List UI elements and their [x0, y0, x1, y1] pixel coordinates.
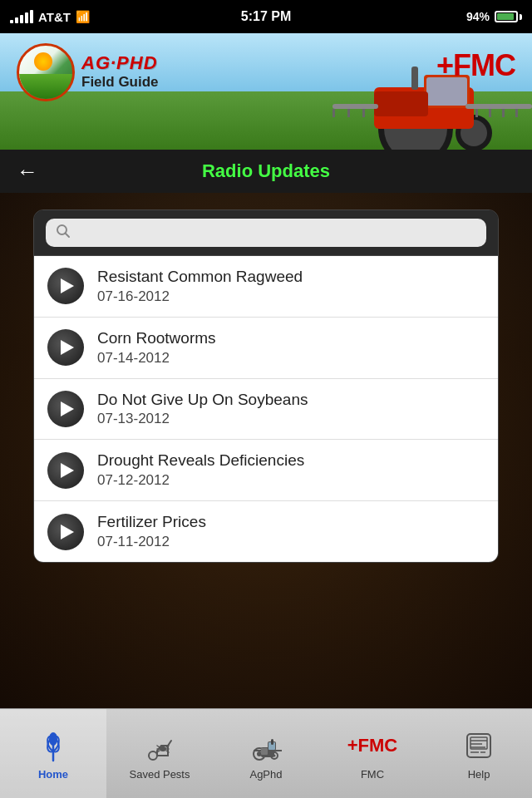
item-text: Drought Reveals Deficiencies 07-12-2012: [97, 451, 304, 489]
bar5: [30, 10, 33, 23]
svg-rect-15: [489, 109, 491, 117]
help-icon: [460, 727, 498, 765]
item-text: Do Not Give Up On Soybeans 07-13-2012: [97, 391, 308, 428]
logo-field-green: [19, 74, 72, 99]
svg-point-24: [149, 751, 157, 760]
item-date: 07-13-2012: [97, 411, 308, 427]
carrier-label: AT&T: [38, 10, 71, 24]
tab-help-label: Help: [468, 768, 490, 781]
agphd-logo: AG·PHD Field Guide: [17, 43, 159, 101]
bar1: [10, 20, 13, 23]
battery-body: [495, 11, 518, 22]
svg-rect-9: [332, 104, 378, 109]
play-triangle-icon: [61, 401, 74, 416]
svg-rect-11: [332, 109, 335, 117]
time-display: 5:17 PM: [241, 9, 291, 24]
search-icon: [56, 224, 71, 242]
tab-saved-pests[interactable]: Saved Pests: [106, 709, 213, 798]
svg-rect-10: [466, 104, 532, 109]
radio-list-item[interactable]: Corn Rootworms 07-14-2012: [34, 318, 498, 379]
tab-agphd-label: AgPhd: [249, 768, 282, 781]
svg-rect-8: [411, 66, 418, 90]
tab-help[interactable]: Help: [426, 709, 532, 798]
svg-line-19: [66, 234, 70, 238]
tab-bar: Home Saved Pests: [0, 708, 532, 798]
saved-pests-icon: [140, 727, 179, 765]
radio-list-item[interactable]: Drought Reveals Deficiencies 07-12-2012: [34, 440, 498, 501]
battery-icon: [495, 11, 522, 22]
logo-text-block: AG·PHD Field Guide: [81, 54, 159, 91]
svg-point-33: [161, 745, 165, 748]
play-triangle-icon: [61, 463, 74, 478]
bar3: [20, 15, 23, 23]
logo-badge: [17, 43, 75, 101]
play-button[interactable]: [47, 452, 84, 489]
play-triangle-icon: [61, 278, 74, 293]
item-date: 07-16-2012: [97, 288, 303, 305]
status-right: 94%: [466, 10, 522, 23]
tab-home-label: Home: [38, 768, 68, 781]
item-date: 07-14-2012: [97, 350, 216, 367]
tab-fmc[interactable]: +FMC FMC: [319, 709, 426, 798]
nav-title: Radio Updates: [202, 160, 330, 182]
fmc-logo: +FMC: [436, 48, 515, 83]
radio-list-item[interactable]: Resistant Common Ragweed 07-16-2012: [34, 256, 498, 318]
svg-rect-41: [261, 748, 268, 755]
item-title: Resistant Common Ragweed: [97, 268, 303, 287]
item-title: Drought Reveals Deficiencies: [97, 451, 304, 470]
status-bar: AT&T 📶 5:17 PM 94%: [0, 0, 532, 33]
nav-bar: ← Radio Updates: [0, 150, 532, 193]
bar4: [25, 12, 28, 23]
search-input-wrapper[interactable]: [46, 219, 486, 247]
play-button[interactable]: [47, 329, 84, 366]
item-title: Fertilizer Prices: [97, 513, 206, 532]
radio-list-item[interactable]: Fertilizer Prices 07-11-2012: [34, 501, 498, 562]
signal-bars: [10, 10, 33, 23]
play-button[interactable]: [47, 268, 84, 304]
fmc-tab-icon: +FMC: [353, 727, 392, 765]
item-text: Corn Rootworms 07-14-2012: [97, 329, 216, 367]
play-triangle-icon: [61, 525, 74, 539]
search-bar: [34, 210, 498, 256]
radio-list-item[interactable]: Do Not Give Up On Soybeans 07-13-2012: [34, 379, 498, 441]
agphd-tab-icon: [247, 727, 285, 765]
svg-rect-13: [362, 109, 365, 117]
svg-rect-42: [271, 739, 273, 745]
svg-rect-14: [475, 109, 478, 117]
bar2: [15, 17, 18, 23]
field-guide-text: Field Guide: [81, 74, 159, 91]
wifi-icon: 📶: [76, 10, 90, 23]
play-button[interactable]: [47, 391, 84, 427]
tab-agphd[interactable]: AgPhd: [213, 709, 319, 798]
list-container: Resistant Common Ragweed 07-16-2012 Corn…: [33, 209, 499, 563]
item-text: Resistant Common Ragweed 07-16-2012: [97, 268, 303, 305]
status-left: AT&T 📶: [10, 10, 90, 24]
svg-rect-7: [374, 91, 428, 116]
header-banner: AG·PHD Field Guide +FMC: [0, 33, 532, 150]
play-triangle-icon: [61, 340, 74, 355]
svg-rect-16: [502, 109, 505, 117]
item-text: Fertilizer Prices 07-11-2012: [97, 513, 206, 550]
back-button[interactable]: ←: [10, 155, 45, 188]
radio-list: Resistant Common Ragweed 07-16-2012 Corn…: [34, 256, 498, 562]
tab-fmc-label: FMC: [361, 768, 384, 781]
item-title: Do Not Give Up On Soybeans: [97, 391, 308, 410]
svg-point-23: [49, 732, 57, 746]
tab-home[interactable]: Home: [0, 709, 106, 798]
main-content: Resistant Common Ragweed 07-16-2012 Corn…: [0, 193, 532, 708]
battery-tip: [520, 14, 522, 20]
item-date: 07-12-2012: [97, 472, 304, 489]
tab-saved-pests-label: Saved Pests: [130, 768, 190, 781]
play-button[interactable]: [47, 514, 84, 550]
search-input[interactable]: [77, 225, 476, 240]
svg-rect-12: [347, 109, 350, 117]
item-date: 07-11-2012: [97, 534, 206, 550]
battery-fill: [497, 13, 514, 20]
home-icon: [34, 727, 72, 765]
battery-percentage: 94%: [466, 10, 490, 23]
svg-line-25: [168, 741, 171, 746]
item-title: Corn Rootworms: [97, 329, 216, 348]
svg-rect-17: [515, 109, 518, 117]
logo-sun: [34, 52, 52, 71]
svg-line-27: [157, 746, 160, 747]
